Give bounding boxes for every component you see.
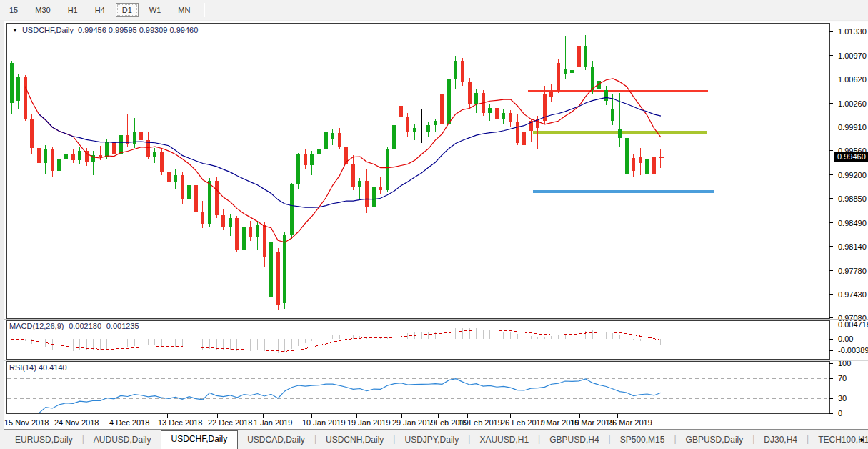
date-axis-label: 26 Mar 2019: [608, 418, 652, 427]
date-axis-label: 15 Nov 2018: [4, 418, 49, 427]
timeframe-button-m30[interactable]: M30: [29, 3, 56, 17]
date-axis-label: 16 Feb 2019: [458, 418, 502, 427]
chart-window[interactable]: ▼ USDCHF,Daily 0.99456 0.99595 0.99309 0…: [4, 21, 868, 430]
tab-scroll-right-icon[interactable]: ►: [859, 436, 866, 443]
tab-sp500-m15[interactable]: SP500,M15: [611, 432, 674, 449]
chart-title-ohlc: 0.99456 0.99595 0.99309 0.99460: [78, 26, 198, 34]
tab-usdchf-daily[interactable]: USDCHF,Daily: [161, 430, 239, 449]
date-axis-label: 13 Dec 2018: [158, 418, 202, 427]
chart-title-symbol: USDCHF,Daily: [22, 26, 74, 34]
price-axis-label: 0.99200: [838, 171, 867, 179]
macd-indicator-label: MACD(12,26,9) -0.002180 -0.001235: [9, 322, 139, 330]
rsi-axis-label: 30: [838, 394, 847, 403]
price-axis-label: 1.00970: [838, 51, 867, 60]
date-axis-label: 26 Feb 2019: [501, 418, 545, 427]
date-axis-label: 1 Jan 2019: [254, 418, 292, 427]
rsi-axis-label: 70: [838, 374, 847, 383]
tab-scroll-left-icon[interactable]: ◄: [847, 436, 854, 443]
timeframe-button-h4[interactable]: H4: [89, 3, 111, 17]
date-axis-label: 19 Jan 2019: [347, 418, 391, 427]
macd-axis-label: 0.00: [838, 335, 853, 343]
rsi-axis-label: 0: [838, 409, 842, 418]
timeframe-button-d1[interactable]: D1: [116, 3, 139, 17]
price-axis-label: 0.98490: [838, 219, 867, 227]
chart-title: ▼ USDCHF,Daily 0.99456 0.99595 0.99309 0…: [12, 26, 198, 34]
price-axis-label: 0.98850: [838, 194, 867, 203]
macd-axis-label: -0.003893: [838, 346, 868, 355]
date-axis-label: 24 Nov 2018: [54, 418, 99, 427]
mt4-terminal: { "toolbar": { "timeframes": [ {"label":…: [0, 0, 868, 449]
tab-xauusd-h1[interactable]: XAUUSD,H1: [470, 432, 538, 449]
tab-usdcnh-daily[interactable]: USDCNH,Daily: [316, 432, 393, 449]
price-axis-label: 1.01330: [838, 27, 867, 36]
price-axis-label: 0.97780: [838, 267, 867, 275]
timeframe-button-15[interactable]: 15: [3, 3, 24, 17]
date-axis-label: 4 Dec 2018: [109, 418, 149, 427]
symbol-dropdown-icon[interactable]: ▼: [12, 27, 18, 34]
price-axis-label: 0.97430: [838, 290, 867, 299]
date-axis-label: 10 Jan 2019: [302, 418, 346, 427]
chart-plot-area[interactable]: [4, 21, 868, 430]
timeframe-button-mn[interactable]: MN: [171, 3, 196, 17]
price-axis-label: 1.00620: [838, 75, 867, 84]
tab-audusd-daily[interactable]: AUDUSD,Daily: [84, 432, 161, 449]
timeframe-toolbar: 15M30H1H4D1W1MN: [0, 0, 868, 20]
price-axis-label: 0.99910: [838, 123, 867, 132]
price-axis-label: 0.98140: [838, 242, 867, 251]
macd-axis-label: 0.004718: [838, 320, 868, 329]
toolbar-separator: [204, 3, 205, 17]
tab-usdcad-daily[interactable]: USDCAD,Daily: [238, 432, 314, 449]
tab-usdjpy-daily[interactable]: USDJPY,Daily: [395, 432, 468, 449]
timeframe-button-h1[interactable]: H1: [61, 3, 84, 17]
tab-dj30-h4[interactable]: DJ30,H4: [754, 432, 807, 449]
timeframe-button-w1[interactable]: W1: [143, 3, 168, 17]
current-price-tag: 0.99460: [834, 152, 868, 162]
date-axis-label: 22 Dec 2018: [208, 418, 252, 427]
rsi-indicator-label: RSI(14) 40.4140: [9, 363, 67, 372]
chart-tab-bar: EURUSD,Daily|AUDUSD,DailyUSDCHF,DailyUSD…: [0, 430, 868, 449]
tab-eurusd-daily[interactable]: EURUSD,Daily: [6, 432, 82, 449]
tab-gbpusd-h4[interactable]: GBPUSD,H4: [540, 432, 608, 449]
pane-splitter-macd[interactable]: [4, 319, 868, 320]
price-axis-label: 1.00260: [838, 99, 867, 108]
tab-gbpusd-daily[interactable]: GBPUSD,Daily: [677, 432, 753, 449]
pane-splitter-rsi[interactable]: [4, 360, 868, 361]
